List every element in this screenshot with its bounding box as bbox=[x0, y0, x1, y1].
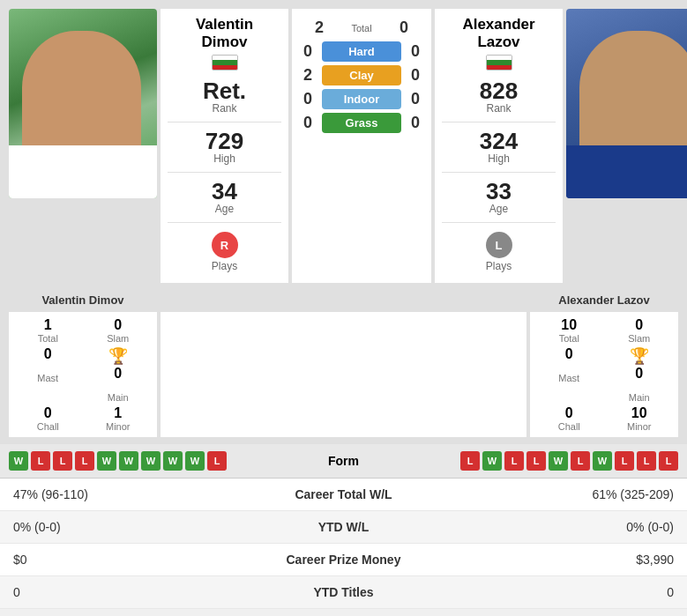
player-left-rank: Ret. Rank bbox=[203, 79, 246, 115]
stats-right-value: 61% (325-209) bbox=[481, 479, 687, 511]
stats-center-label: YTD W/L bbox=[206, 511, 482, 544]
form-badge-right: L bbox=[504, 451, 524, 471]
grass-row: 0 Grass 0 bbox=[299, 113, 424, 133]
form-badge-left: L bbox=[53, 451, 72, 471]
clay-button[interactable]: Clay bbox=[322, 65, 401, 85]
stats-right-value: 0% (0-0) bbox=[481, 511, 687, 544]
stats-left-value: 0 bbox=[0, 576, 206, 609]
stats-table: 47% (96-110)Career Total W/L61% (325-209… bbox=[0, 479, 687, 609]
form-badge-right: W bbox=[593, 451, 612, 471]
player-right-mini-stats: 10Total 0Slam 0Mast 🏆 0Main 0Chall 10Min… bbox=[530, 312, 678, 437]
player-right-name-bar: Alexander Lazov bbox=[530, 293, 678, 307]
stats-left-value: $0 bbox=[0, 544, 206, 576]
stats-row: $0Career Prize Money$3,990 bbox=[0, 544, 687, 576]
form-badge-right: W bbox=[482, 451, 502, 471]
hard-row: 0 Hard 0 bbox=[299, 41, 424, 62]
player-left-mini-stats: 1Total 0Slam 0Mast 🏆 0Main 0Chall 1Minor bbox=[9, 312, 157, 437]
player-left-name: Valentin Dimov bbox=[196, 16, 253, 51]
player-right-photo bbox=[566, 9, 687, 198]
trophy-left-icon: 🏆 bbox=[108, 346, 128, 366]
player-left-info: Valentin Dimov Ret. Rank 729 High 34 Age bbox=[161, 9, 288, 283]
form-badge-right: L bbox=[526, 451, 546, 471]
player-right-info: Alexander Lazov 828 Rank 324 High 33 Age bbox=[435, 9, 563, 283]
form-row: WLLLWWWWWL Form LWLLWLWLLL bbox=[0, 444, 687, 479]
form-badge-left: W bbox=[185, 451, 205, 471]
form-badge-left: W bbox=[119, 451, 138, 471]
stats-row: 47% (96-110)Career Total W/L61% (325-209… bbox=[0, 479, 687, 511]
stats-right-value: $3,990 bbox=[481, 544, 687, 576]
player-left-photo bbox=[9, 9, 157, 198]
player-left-high: 729 High bbox=[205, 130, 243, 165]
form-badge-right: W bbox=[549, 451, 568, 471]
stats-left-value: 0% (0-0) bbox=[0, 511, 206, 544]
form-badge-right: L bbox=[659, 451, 678, 471]
hard-button[interactable]: Hard bbox=[322, 41, 401, 62]
player-right-flag bbox=[486, 55, 512, 71]
player-right-rank: 828 Rank bbox=[480, 79, 518, 115]
stats-center-label: YTD Titles bbox=[206, 576, 482, 609]
player-left-flag bbox=[212, 55, 238, 71]
form-badge-left: L bbox=[207, 451, 227, 471]
player-left-plays: R Plays bbox=[212, 230, 238, 272]
indoor-button[interactable]: Indoor bbox=[322, 89, 401, 109]
trophy-right-icon: 🏆 bbox=[630, 346, 649, 366]
form-label: Form bbox=[291, 454, 397, 468]
form-badge-left: W bbox=[9, 451, 28, 471]
form-badge-right: L bbox=[615, 451, 634, 471]
stats-center-label: Career Prize Money bbox=[206, 544, 482, 576]
top-section: Valentin Dimov Ret. Rank 729 High 34 Age bbox=[0, 0, 687, 292]
player-left-name-bar: Valentin Dimov bbox=[9, 293, 157, 307]
indoor-row: 0 Indoor 0 bbox=[299, 89, 424, 109]
center-mini-spacer bbox=[161, 312, 526, 437]
player-right-name: Alexander Lazov bbox=[462, 16, 534, 51]
player-right-high: 324 High bbox=[480, 130, 518, 165]
player-names-bar: Valentin Dimov Alexander Lazov bbox=[0, 292, 687, 312]
stats-center-label: Career Total W/L bbox=[206, 479, 482, 511]
form-badge-left: W bbox=[97, 451, 116, 471]
main-container: Valentin Dimov Ret. Rank 729 High 34 Age bbox=[0, 0, 687, 609]
stats-right-value: 0 bbox=[481, 576, 687, 609]
stats-left-value: 47% (96-110) bbox=[0, 479, 206, 511]
center-panel: 2 Total 0 0 Hard 0 2 Clay 0 0 Indoor 0 bbox=[292, 9, 431, 283]
form-badge-left: W bbox=[141, 451, 161, 471]
clay-row: 2 Clay 0 bbox=[299, 65, 424, 85]
player-right-plays: L Plays bbox=[486, 230, 512, 272]
form-badge-left: L bbox=[31, 451, 50, 471]
form-badge-left: W bbox=[163, 451, 183, 471]
grass-button[interactable]: Grass bbox=[322, 113, 401, 133]
player-mini-stats: 1Total 0Slam 0Mast 🏆 0Main 0Chall 1Minor… bbox=[0, 312, 687, 444]
form-badges-left: WLLLWWWWWL bbox=[9, 451, 291, 471]
player-left-age: 34 Age bbox=[212, 180, 237, 215]
form-badges-right: LWLLWLWLLL bbox=[397, 451, 679, 471]
form-badge-right: L bbox=[571, 451, 590, 471]
stats-row: 0YTD Titles0 bbox=[0, 576, 687, 609]
player-right-age: 33 Age bbox=[486, 180, 512, 215]
form-badge-right: L bbox=[460, 451, 480, 471]
form-badge-right: L bbox=[637, 451, 656, 471]
stats-row: 0% (0-0)YTD W/L0% (0-0) bbox=[0, 511, 687, 544]
total-score-row: 2 Total 0 bbox=[310, 19, 413, 37]
form-badge-left: L bbox=[75, 451, 94, 471]
